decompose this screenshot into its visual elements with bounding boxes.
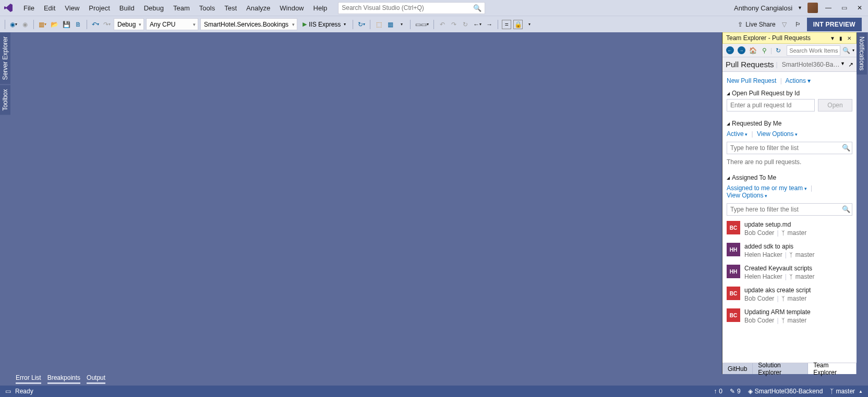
menu-analyze[interactable]: Analyze [242, 0, 275, 16]
open-by-id-section[interactable]: Open Pull Request by Id [727, 86, 852, 99]
te-header-popout[interactable]: ↗ [848, 61, 853, 68]
nav-forward-button[interactable]: ◉ [20, 19, 30, 30]
feedback-button[interactable]: 🏳 [793, 19, 803, 30]
int-preview-badge: INT PREVIEW [807, 18, 862, 31]
menu-build[interactable]: Build [115, 0, 139, 16]
pr-avatar: HH [727, 243, 740, 256]
menu-bar: FileEditViewProjectBuildDebugTeamToolsTe… [0, 0, 868, 16]
start-debug-button[interactable]: ▶ IIS Express ▾ [299, 18, 349, 30]
rail-tab-server-explorer[interactable]: Server Explorer [0, 32, 10, 84]
step-over-button[interactable]: ↻ [461, 19, 470, 30]
arrow-left-button[interactable]: ←▾ [472, 19, 483, 30]
window-layout-button[interactable]: ▭▭▾ [414, 19, 430, 30]
panel-close-button[interactable]: ✕ [846, 34, 853, 42]
step-into-button[interactable]: ↷ [449, 19, 459, 30]
pr-item[interactable]: BCupdate setup.mdBob Coder|ᛉmaster [727, 218, 852, 240]
menu-test[interactable]: Test [220, 0, 242, 16]
bottom-tab-error-list[interactable]: Error List [16, 374, 41, 384]
startup-project-dropdown[interactable]: SmartHotel.Services.Bookings [200, 18, 297, 30]
menu-file[interactable]: File [19, 0, 39, 16]
quick-launch-input[interactable] [342, 4, 473, 11]
maximize-button[interactable]: ▭ [839, 3, 849, 13]
unpushed-commits[interactable]: ↑0 [714, 388, 722, 395]
new-project-button[interactable]: ▦▾ [38, 19, 47, 30]
toolbar-overflow-1[interactable]: ▾ [397, 19, 406, 30]
branch-indicator[interactable]: ᛉmaster▲ [830, 388, 863, 395]
quick-launch-search[interactable]: 🔍 [338, 2, 485, 14]
te-forward-button[interactable]: → [736, 45, 746, 56]
menu-project[interactable]: Project [84, 0, 114, 16]
te-tab-team-explorer[interactable]: Team Explorer [808, 363, 857, 374]
rail-tab-toolbox[interactable]: Toolbox [0, 85, 10, 115]
search-icon[interactable]: 🔍 [841, 47, 851, 54]
te-search-input[interactable] [787, 45, 840, 56]
new-pull-request-link[interactable]: New Pull Request [727, 77, 776, 84]
te-header-dropdown[interactable]: ▼ [840, 61, 845, 68]
search-icon[interactable]: 🔍 [842, 205, 850, 213]
platform-dropdown[interactable]: Any CPU [146, 18, 198, 30]
requested-by-me-section[interactable]: Requested By Me [727, 117, 852, 129]
search-icon[interactable]: 🔍 [842, 144, 850, 152]
pending-changes[interactable]: ✎9 [730, 388, 741, 395]
save-button[interactable]: 💾 [62, 19, 71, 30]
pr-meta: Bob Coder|ᛉmaster [744, 317, 852, 324]
pr-item[interactable]: BCupdate aks create scriptBob Coder|ᛉmas… [727, 283, 852, 305]
assigned-filter-dropdown[interactable]: Assigned to me or my team [727, 184, 807, 192]
open-file-button[interactable]: 📂 [50, 19, 59, 30]
assigned-filter-input[interactable] [727, 203, 852, 216]
menu-edit[interactable]: Edit [39, 0, 60, 16]
refresh-button[interactable]: ↻▾ [357, 19, 366, 30]
te-tab-solution-explorer[interactable]: Solution Explorer [753, 363, 808, 374]
view-options-dropdown-1[interactable]: View Options [757, 130, 798, 138]
te-nav-toolbar: ← → 🏠 ⚲ | ↻ 🔍 ▾ [722, 44, 857, 57]
menu-window[interactable]: Window [275, 0, 308, 16]
user-dropdown-icon[interactable]: ▼ [798, 5, 802, 10]
menu-debug[interactable]: Debug [139, 0, 168, 16]
redo-button[interactable]: ↷▾ [102, 19, 112, 30]
step-back-button[interactable]: ↶ [438, 19, 447, 30]
save-all-button[interactable]: 🗎 [74, 19, 83, 30]
minimize-button[interactable]: — [823, 3, 834, 13]
te-header-repo[interactable]: SmartHotel360-Backe... [782, 61, 840, 68]
pr-item[interactable]: BCUpdating ARM templateBob Coder|ᛉmaster [727, 305, 852, 327]
feedback-filter-icon[interactable]: ▽ [780, 19, 789, 30]
menu-view[interactable]: View [60, 0, 84, 16]
requested-filter-input[interactable] [727, 142, 852, 154]
avatar[interactable] [807, 3, 818, 13]
menu-team[interactable]: Team [168, 0, 195, 16]
close-button[interactable]: ✕ [854, 3, 865, 13]
menu-tools[interactable]: Tools [195, 0, 220, 16]
pr-id-input[interactable] [727, 99, 815, 111]
lock-button[interactable]: 🔒 [513, 20, 523, 29]
active-filter-dropdown[interactable]: Active [727, 130, 748, 138]
pr-item[interactable]: HHCreated Keyvault scriptsHelen Hacker|ᛉ… [727, 262, 852, 283]
menu-help[interactable]: Help [309, 0, 332, 16]
rail-tab-notifications[interactable]: Notifications [857, 32, 867, 75]
assigned-to-me-section[interactable]: Assigned To Me [727, 171, 852, 183]
view-options-dropdown-2[interactable]: View Options [727, 192, 767, 199]
repo-indicator[interactable]: ◈SmartHotel360-Backend [748, 388, 823, 395]
nav-back-button[interactable]: ◉▾ [9, 19, 18, 30]
te-tab-github[interactable]: GitHub [722, 363, 753, 374]
undo-button[interactable]: ↶▾ [91, 19, 100, 30]
bottom-tab-output[interactable]: Output [87, 374, 105, 384]
box1-button[interactable]: = [502, 20, 511, 29]
panel-pin-button[interactable]: ▮ [837, 34, 845, 42]
arrow-right-button[interactable]: → [485, 19, 494, 30]
te-back-button[interactable]: ← [725, 45, 735, 56]
config-dropdown[interactable]: Debug [114, 18, 144, 30]
open-pr-button[interactable]: Open [818, 99, 852, 111]
toolbox-button[interactable]: ▦ [385, 19, 395, 30]
panel-dropdown-button[interactable]: ▼ [829, 34, 836, 42]
user-name[interactable]: Anthony Cangialosi [734, 4, 792, 12]
actions-dropdown[interactable]: Actions ▾ [786, 77, 811, 84]
te-home-button[interactable]: 🏠 [748, 45, 758, 56]
pr-item[interactable]: HHadded sdk to apisHelen Hacker|ᛉmaster [727, 240, 852, 262]
te-connect-button[interactable]: ⚲ [759, 45, 769, 56]
bottom-tab-breakpoints[interactable]: Breakpoints [47, 374, 80, 384]
live-share-button[interactable]: ⇪ Live Share [738, 21, 775, 28]
browser-link-button[interactable]: ⬚ [374, 19, 383, 30]
te-refresh-button[interactable]: ↻ [773, 45, 783, 56]
live-share-icon: ⇪ [738, 21, 743, 28]
toolbar-overflow-2[interactable]: ▾ [525, 19, 534, 30]
